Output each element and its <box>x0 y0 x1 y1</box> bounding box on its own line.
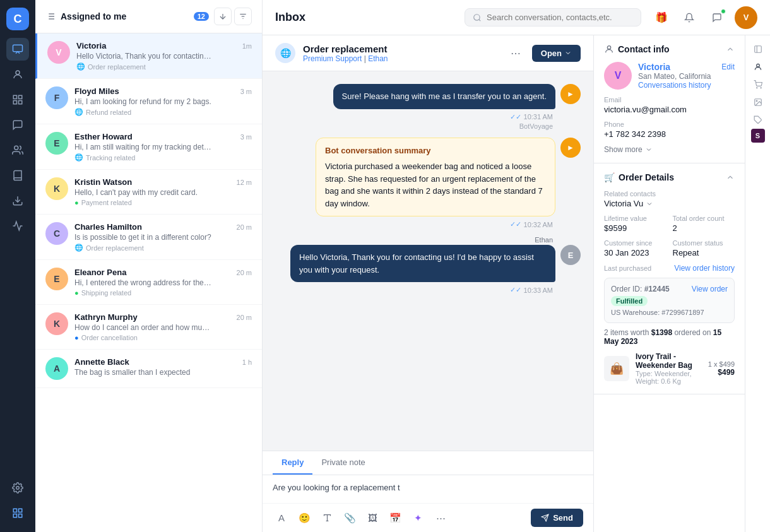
chat-status-icon[interactable] <box>707 8 727 28</box>
agent-avatar: E <box>560 245 581 265</box>
panel-icon-puzzle[interactable] <box>749 111 767 129</box>
panel-icon-image[interactable] <box>749 93 767 111</box>
show-more-label: Show more <box>604 145 643 154</box>
user-avatar[interactable]: V <box>735 6 757 29</box>
panel-icon-slack[interactable]: S <box>751 129 765 143</box>
unread-count-badge: 12 <box>194 12 209 21</box>
conversation-item[interactable]: E Esther Howard 3 m Hi, I am still waiti… <box>35 124 262 170</box>
nav-icon-download[interactable] <box>6 189 29 212</box>
conversation-item[interactable]: E Eleanor Pena 20 m Hi, I entered the wr… <box>35 260 262 305</box>
nav-icon-grid[interactable] <box>6 502 29 524</box>
nav-icon-megaphone[interactable] <box>6 215 29 237</box>
conversation-item[interactable]: A Annette Black 1 h The bag is smaller t… <box>35 350 262 388</box>
emoji-icon[interactable]: 🙂 <box>295 509 313 527</box>
notification-icon[interactable] <box>679 8 699 28</box>
email-value: victoria.vu@gmail.com <box>604 105 735 114</box>
nav-icon-reports[interactable] <box>6 88 29 111</box>
avatar: K <box>45 177 68 200</box>
conversation-item[interactable]: C Charles Hamilton 20 m Is is possible t… <box>35 215 262 260</box>
svg-rect-0 <box>13 45 23 52</box>
conv-time: 1m <box>242 42 252 50</box>
ai-icon[interactable]: ✦ <box>409 509 427 527</box>
nav-icon-inbox[interactable] <box>6 38 29 61</box>
contact-avatar: V <box>604 62 632 90</box>
bot-avatar: ► <box>560 84 581 104</box>
collapse-order-icon[interactable] <box>726 173 735 182</box>
conv-time: 20 m <box>237 314 252 321</box>
order-item-qty: 1 x $499 <box>708 360 735 368</box>
search-bar[interactable] <box>465 8 641 27</box>
customer-status-value: Repeat <box>673 248 735 257</box>
text-format-icon[interactable]: A <box>273 509 290 527</box>
svg-rect-9 <box>13 509 16 512</box>
open-button[interactable]: Open <box>532 45 581 62</box>
conv-preview: Hi, I entered the wrong address for the … <box>74 278 213 287</box>
warehouse-info: US Warehouse: #7299671897 <box>611 309 728 316</box>
chat-area: 🌐 Order replacement Premium Support | Et… <box>263 35 593 532</box>
summary-text: Victoria purchased a weekender bag and n… <box>325 160 546 210</box>
image-icon[interactable]: 🖼 <box>364 509 381 527</box>
order-stats-grid: Lifetime value $9599 Total order count 2… <box>604 215 735 257</box>
dropdown-icon[interactable] <box>646 200 653 208</box>
search-input[interactable] <box>487 13 613 22</box>
order-item-detail: Type: Weekender, Weight: 0.6 Kg <box>636 370 702 385</box>
private-note-tab[interactable]: Private note <box>312 451 374 475</box>
avatar: F <box>45 86 68 109</box>
view-order-link[interactable]: View order <box>692 285 728 293</box>
svg-rect-11 <box>19 514 22 517</box>
conv-time: 20 m <box>237 223 252 231</box>
conversation-item[interactable]: F Floyd Miles 3 m Hi, I am looking for r… <box>35 79 262 124</box>
panel-icon-person[interactable] <box>749 58 767 76</box>
reply-toolbar: A 🙂 📎 🖼 📅 ✦ ⋯ Send <box>263 503 593 532</box>
conversation-item[interactable]: V Victoria 1m Hello Victoria, Thank you … <box>35 33 262 79</box>
order-details-section: 🛒 Order Details Related contacts Victori… <box>594 163 745 394</box>
nav-icon-contacts[interactable] <box>6 63 29 86</box>
filter-button[interactable] <box>234 8 252 25</box>
svg-point-29 <box>607 46 610 49</box>
send-button[interactable]: Send <box>531 509 583 527</box>
nav-icon-settings[interactable] <box>6 476 29 499</box>
nav-icon-chat[interactable] <box>6 114 29 136</box>
panel-icon-layout[interactable] <box>749 40 767 58</box>
contact-name: Charles Hamilton <box>74 222 142 232</box>
nav-icon-book[interactable] <box>6 164 29 187</box>
show-more-button[interactable]: Show more <box>604 145 735 154</box>
conv-time: 12 m <box>237 179 252 186</box>
conv-tag: 🌐 Refund related <box>74 108 252 116</box>
gift-icon[interactable]: 🎁 <box>651 8 672 28</box>
calendar-icon[interactable]: 📅 <box>386 509 404 527</box>
signature-icon[interactable] <box>318 509 336 527</box>
svg-point-1 <box>16 71 20 74</box>
related-contacts-field: Related contacts Victoria Vu <box>604 190 735 208</box>
avatar: C <box>45 222 68 245</box>
lifetime-value-field: Lifetime value $9599 <box>604 215 666 233</box>
avatar: A <box>45 357 68 380</box>
attachment-icon[interactable]: 📎 <box>341 509 358 527</box>
warehouse-value: #7299671897 <box>661 309 704 316</box>
conversations-history-link[interactable]: Conversations history <box>638 81 735 90</box>
sort-button[interactable] <box>214 8 232 25</box>
order-item-name: Ivory Trail - Weekender Bag <box>636 352 702 370</box>
view-order-history-link[interactable]: View order history <box>674 264 735 273</box>
panel-icon-cart[interactable] <box>749 76 767 93</box>
nav-icon-people[interactable] <box>6 139 29 162</box>
collapse-contact-icon[interactable] <box>726 45 735 54</box>
reply-input[interactable]: Are you looking for a replacement t <box>263 475 593 503</box>
email-label: Email <box>604 96 735 103</box>
more-tools-icon[interactable]: ⋯ <box>432 509 449 527</box>
chat-more-button[interactable]: ⋯ <box>507 44 524 62</box>
conversation-item[interactable]: K Kathryn Murphy 20 m How do I cancel an… <box>35 305 262 350</box>
conv-tag: 🌐 Tracking related <box>74 153 252 162</box>
edit-contact-button[interactable]: Edit <box>721 62 735 71</box>
conv-preview: How do I cancel an order and how much w.… <box>74 323 213 332</box>
svg-rect-5 <box>13 101 16 104</box>
message-row: Sure! Please hang with me as I transfer … <box>333 84 581 109</box>
total-orders-field: Total order count 2 <box>673 215 735 233</box>
reply-tab[interactable]: Reply <box>273 451 312 475</box>
conversation-list: V Victoria 1m Hello Victoria, Thank you … <box>35 33 262 532</box>
conv-preview: Hello Victoria, Thank you for contacting… <box>76 52 215 61</box>
avatar: K <box>45 312 68 335</box>
conversation-item[interactable]: K Kristin Watson 12 m Hello, I can't pay… <box>35 170 262 215</box>
contact-name: Kathryn Murphy <box>74 312 138 322</box>
svg-rect-3 <box>19 95 22 98</box>
